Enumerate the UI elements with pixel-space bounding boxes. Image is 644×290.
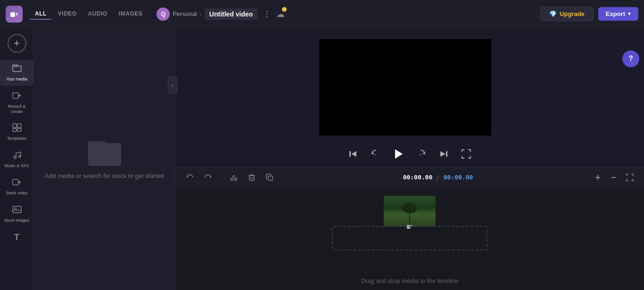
svg-point-11 (18, 155, 21, 158)
fullscreen-button[interactable] (459, 146, 474, 161)
toolbar-separator (221, 173, 221, 182)
topbar: ALL VIDEO AUDIO IMAGES Q Personal › Unti… (0, 0, 644, 28)
add-media-button[interactable]: + (8, 34, 26, 53)
media-panel: Add media or search for stock to get sta… (34, 28, 175, 290)
sidebar-label-stock-video: Stock video (6, 191, 28, 196)
svg-rect-7 (17, 124, 21, 128)
svg-line-29 (232, 175, 234, 178)
undo-button[interactable] (183, 170, 197, 185)
svg-marker-1 (16, 12, 18, 16)
play-button[interactable] (391, 146, 406, 161)
svg-rect-23 (446, 151, 447, 157)
delete-button[interactable] (245, 170, 259, 185)
folder-icon (88, 137, 121, 166)
record-icon (12, 91, 22, 102)
cloud-badge (282, 7, 287, 12)
media-type-tabs: ALL VIDEO AUDIO IMAGES (30, 8, 147, 20)
timeline-drop-zone[interactable] (332, 226, 487, 250)
svg-rect-14 (13, 206, 21, 213)
zoom-out-button[interactable] (607, 171, 620, 184)
workspace-label[interactable]: Personal (173, 10, 197, 17)
sidebar-item-text[interactable]: T (0, 229, 33, 246)
sidebar-item-record-create[interactable]: Record &create (0, 88, 33, 118)
svg-point-15 (15, 208, 17, 209)
svg-point-27 (231, 178, 233, 180)
sidebar: + Your media Record &create (0, 28, 34, 290)
rewind-button[interactable]: 5 (368, 146, 383, 161)
svg-rect-8 (13, 129, 17, 131)
upgrade-gem-icon: 💎 (549, 10, 557, 17)
skip-forward-button[interactable] (436, 146, 451, 161)
timeline-clip[interactable]: ☛ (384, 196, 436, 226)
help-button[interactable]: ? (622, 50, 639, 67)
video-preview (319, 39, 491, 136)
svg-text:5: 5 (374, 153, 376, 156)
zoom-in-button[interactable] (591, 171, 604, 184)
svg-point-10 (14, 156, 16, 159)
media-empty-text: Add media or search for stock to get sta… (45, 171, 164, 181)
tab-video[interactable]: VIDEO (53, 8, 82, 20)
music-icon (12, 151, 22, 161)
redo-button[interactable] (201, 170, 215, 185)
text-icon: T (14, 233, 19, 242)
sidebar-item-stock-video[interactable]: Stock video (0, 174, 33, 200)
toolbar-separator-2 (282, 173, 283, 182)
timecode-display: 00:00.00 / 00:00.00 (289, 174, 587, 181)
sidebar-item-stock-images[interactable]: Stock images (0, 201, 33, 227)
svg-rect-6 (13, 124, 17, 128)
skip-back-button[interactable] (346, 146, 361, 161)
tab-images[interactable]: IMAGES (114, 8, 147, 20)
sidebar-label-stock-images: Stock images (4, 218, 29, 223)
svg-rect-9 (17, 129, 21, 131)
sidebar-item-your-media[interactable]: Your media (0, 60, 33, 86)
svg-point-28 (235, 178, 237, 180)
zoom-controls (591, 171, 636, 184)
upgrade-button[interactable]: 💎 Upgrade (540, 7, 594, 21)
breadcrumb: Q Personal › Untitled video ⋮ ☁ (157, 8, 537, 21)
cut-button[interactable] (227, 170, 241, 185)
svg-marker-24 (440, 151, 446, 157)
timeline-toolbar: 00:00.00 / 00:00.00 (175, 167, 644, 187)
fit-button[interactable] (623, 171, 636, 184)
project-title[interactable]: Untitled video (205, 8, 258, 20)
sidebar-label-your-media: Your media (6, 77, 27, 82)
breadcrumb-chevron-icon: › (200, 10, 202, 17)
svg-marker-20 (395, 149, 403, 159)
timecode-separator: / (436, 174, 444, 181)
editor-area: ‹ 16:9 ? 5 (175, 28, 644, 290)
svg-marker-17 (351, 151, 356, 157)
svg-rect-36 (268, 176, 272, 180)
stock-images-icon (12, 205, 22, 216)
export-button[interactable]: Export ▾ (598, 7, 638, 21)
svg-rect-16 (349, 151, 351, 157)
video-preview-wrapper: ‹ 16:9 ? (175, 28, 644, 143)
sidebar-item-templates[interactable]: Templates (0, 120, 33, 145)
sidebar-item-music-sfx[interactable]: Music & SFX (0, 147, 33, 172)
svg-rect-4 (13, 93, 18, 98)
svg-text:5: 5 (420, 153, 421, 156)
app-logo (6, 6, 23, 23)
timecode-current: 00:00.00 (403, 174, 433, 181)
svg-rect-2 (13, 66, 21, 72)
svg-marker-21 (422, 152, 425, 154)
timeline-area[interactable]: ☛ Drag and drop media to the timeline (175, 187, 644, 290)
media-empty-state: Add media or search for stock to get sta… (34, 28, 175, 290)
sidebar-label-templates: Templates (7, 136, 26, 141)
topbar-actions: 💎 Upgrade Export ▾ (540, 7, 638, 21)
your-media-icon (12, 64, 22, 75)
tab-audio[interactable]: AUDIO (83, 8, 112, 20)
copy-button[interactable] (263, 170, 277, 185)
svg-marker-5 (19, 94, 21, 97)
playback-controls: 5 5 (175, 143, 644, 167)
tab-all[interactable]: ALL (30, 8, 51, 20)
main-area: + Your media Record &create (0, 28, 644, 290)
svg-rect-0 (10, 12, 15, 17)
svg-rect-12 (13, 179, 18, 185)
cloud-save-icon: ☁ (276, 9, 285, 19)
collapse-panel-button[interactable]: ‹ (168, 77, 177, 94)
sidebar-label-record: Record &create (8, 104, 26, 114)
more-options-icon[interactable]: ⋮ (260, 8, 273, 21)
templates-icon (12, 123, 22, 134)
avatar: Q (157, 8, 170, 21)
forward-button[interactable]: 5 (413, 146, 429, 161)
